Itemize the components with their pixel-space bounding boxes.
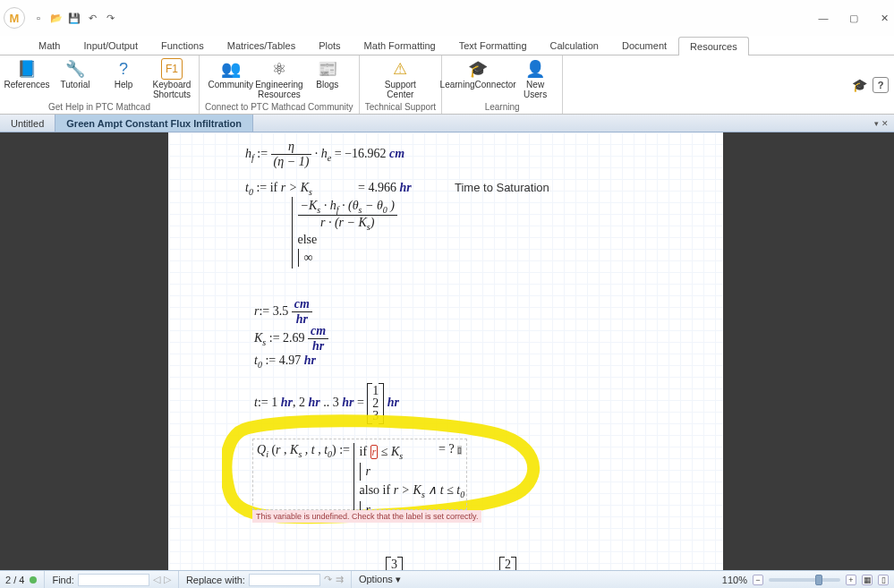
open-file-icon[interactable]: 📂 — [50, 12, 63, 24]
collapse-tabs[interactable]: ▾ ✕ — [874, 119, 894, 128]
zoom-in-button[interactable]: + — [846, 575, 856, 585]
workspace: hf := η(η − 1) · he = −16.962 cm t0 := i… — [0, 132, 894, 570]
view-page-icon[interactable]: ▦ — [862, 575, 873, 585]
keyboard-button[interactable]: F1Keyboard Shortcuts — [150, 58, 193, 99]
qi-region[interactable]: Qi (r , Ks , t , t0) := if r ≤ Ks r also… — [252, 439, 467, 510]
app-logo[interactable]: M — [4, 7, 25, 29]
maximize-icon[interactable]: ▢ — [847, 13, 860, 24]
blogs-button[interactable]: 📰Blogs — [306, 58, 349, 89]
tab-matrices[interactable]: Matrices/Tables — [216, 36, 307, 55]
tab-resources[interactable]: Resources — [678, 37, 749, 55]
eq-op: = — [335, 147, 345, 160]
ribbon-tabs: Math Input/Output Functions Matrices/Tab… — [0, 36, 894, 55]
zoom-value: 110% — [722, 575, 747, 585]
tab-calculation[interactable]: Calculation — [539, 36, 610, 55]
grad-icon[interactable]: 🎓 — [852, 78, 867, 92]
replace-all-icon[interactable]: ⇉ — [336, 574, 344, 585]
eq-t-range[interactable]: t:= 1 hr, 2 hr .. 3 hr = 1 2 3 hr — [254, 385, 399, 422]
var-he: h — [321, 147, 328, 160]
title-bar: M ▫ 📂 💾 ↶ ↷ — ▢ ✕ — [0, 0, 894, 36]
zoom-out-button[interactable]: − — [753, 575, 763, 585]
learning-connector-button[interactable]: 🎓LearningConnector — [447, 58, 508, 89]
unit-cm: cm — [389, 147, 404, 160]
help-box-icon[interactable]: ? — [873, 77, 889, 93]
math-content: hf := η(η − 1) · he = −16.962 cm t0 := i… — [168, 132, 723, 570]
options-dropdown[interactable]: Options ▾ — [359, 574, 401, 585]
find-label: Find: — [52, 575, 73, 585]
f1-key-icon: F1 — [161, 58, 183, 80]
status-bar: 2 / 4 Find: ◁ ▷ Replace with: ↷ ⇉ Option… — [0, 570, 894, 588]
find-prev-icon[interactable]: ◁ — [153, 574, 160, 585]
ribbon-group-community: 👥Community ⚛Engineering Resources 📰Blogs… — [200, 55, 360, 114]
eq-r[interactable]: r:= 3.5 cmhr — [254, 297, 312, 327]
redo-icon[interactable]: ↷ — [104, 12, 116, 24]
tab-mathformat[interactable]: Math Formatting — [353, 36, 447, 55]
zoom-slider[interactable] — [769, 578, 840, 582]
qi-result: = ? ▯ — [438, 442, 462, 456]
close-icon[interactable]: ✕ — [878, 13, 890, 24]
community-button[interactable]: 👥Community — [209, 58, 252, 89]
doc-tab-greenampt[interactable]: Green Ampt Constant Flux Infiltration — [55, 115, 253, 132]
sat-label[interactable]: Time to Saturation — [455, 181, 549, 194]
bottom-matrix-1: 3 — [386, 557, 403, 570]
t0-result: = 4.966 hr — [358, 181, 412, 195]
group-caption-support: Technical Support — [365, 100, 437, 112]
new-file-icon[interactable]: ▫ — [32, 12, 45, 24]
doc-tab-strip: Untitled Green Ampt Constant Flux Infilt… — [0, 115, 894, 132]
doc-tab-untitled[interactable]: Untitled — [0, 115, 55, 132]
view-fit-icon[interactable]: ▯ — [878, 575, 889, 585]
eq-ks[interactable]: Ks := 2.69 cmhr — [254, 324, 328, 354]
ribbon-right: 🎓 ? — [852, 55, 894, 114]
save-icon[interactable]: 💾 — [68, 12, 81, 24]
molecule-icon: ⚛ — [268, 58, 290, 80]
book-icon: 📘 — [16, 58, 38, 80]
people-icon: 👥 — [220, 58, 242, 80]
replace-one-icon[interactable]: ↷ — [324, 574, 332, 585]
frac-den: (η − 1) — [271, 155, 312, 169]
assign-op: := — [257, 147, 268, 160]
dot-op: · — [315, 147, 321, 160]
find-next-icon[interactable]: ▷ — [164, 574, 171, 585]
ribbon-group-learning: 🎓LearningConnector 👤New Users Learning — [442, 55, 563, 114]
title-left: M ▫ 📂 💾 ↶ ↷ — [4, 7, 116, 29]
graduation-icon: 🎓 — [467, 58, 489, 80]
ribbon-group-support: ⚠Support Center Technical Support — [360, 55, 443, 114]
find-input[interactable] — [78, 574, 149, 586]
replace-label: Replace with: — [186, 575, 245, 585]
kw-else: else — [298, 233, 397, 247]
new-users-button[interactable]: 👤New Users — [514, 58, 557, 99]
group-caption-help: Get Help in PTC Mathcad — [48, 100, 150, 112]
he-value: −16.962 — [345, 147, 386, 160]
tab-functions[interactable]: Functions — [149, 36, 216, 55]
tab-plots[interactable]: Plots — [307, 36, 352, 55]
help-icon: ? — [113, 58, 134, 80]
ribbon: 📘References 🔧Tutorial ?Help F1Keyboard S… — [0, 55, 894, 115]
ribbon-group-help: 📘References 🔧Tutorial ?Help F1Keyboard S… — [0, 55, 200, 114]
frac-num: η — [271, 140, 312, 155]
eq-hf[interactable]: hf := η(η − 1) · he = −16.962 cm — [245, 140, 404, 169]
tab-document[interactable]: Document — [610, 36, 678, 55]
infinity: ∞ — [304, 251, 313, 265]
status-right: 110% − + ▦ ▯ — [722, 575, 894, 585]
bottom-matrix-2: 2 — [499, 557, 516, 570]
help-button[interactable]: ?Help — [102, 58, 145, 89]
support-button[interactable]: ⚠Support Center — [379, 58, 421, 99]
rss-icon: 📰 — [317, 58, 338, 80]
tab-io[interactable]: Input/Output — [72, 36, 149, 55]
error-message: This variable is undefined. Check that t… — [252, 510, 481, 523]
replace-input[interactable] — [249, 574, 320, 586]
gear-icon: 🔧 — [64, 58, 86, 80]
zoom-thumb[interactable] — [815, 575, 822, 585]
quick-access-toolbar: ▫ 📂 💾 ↶ ↷ — [32, 12, 116, 24]
tab-math[interactable]: Math — [27, 36, 72, 55]
var-hf: h — [245, 147, 251, 160]
tutorial-button[interactable]: 🔧Tutorial — [54, 58, 97, 89]
references-button[interactable]: 📘References — [5, 58, 48, 89]
undo-icon[interactable]: ↶ — [86, 12, 98, 24]
page[interactable]: hf := η(η − 1) · he = −16.962 cm t0 := i… — [168, 132, 723, 570]
eng-resources-button[interactable]: ⚛Engineering Resources — [258, 58, 301, 99]
user-icon: 👤 — [524, 58, 546, 80]
eq-t0v[interactable]: t0 := 4.97 hr — [254, 354, 316, 370]
tab-textformat[interactable]: Text Formatting — [447, 36, 539, 55]
minimize-icon[interactable]: — — [817, 13, 830, 23]
